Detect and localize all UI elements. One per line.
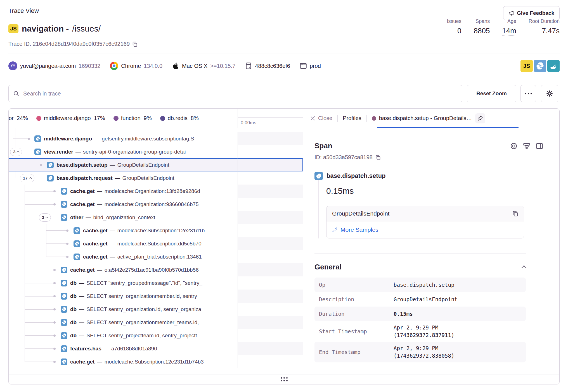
span-row-other[interactable]: 3 other—bind_organization_context xyxy=(9,211,303,224)
section-divider xyxy=(314,254,526,254)
span-row-db[interactable]: db—SELECT sentry_organization.id, sentry… xyxy=(9,303,303,316)
span-row-cache-get[interactable]: cache.get—active_plan_trial:subscription… xyxy=(9,250,303,263)
drag-handle-icon[interactable] xyxy=(281,377,288,381)
span-row-cache-get[interactable]: cache.get—modelcache:Organization:936608… xyxy=(9,198,303,211)
legend-item-clipped[interactable]: or 24% xyxy=(9,115,28,121)
give-feedback-label: Give Feedback xyxy=(517,10,554,16)
legend-item-db-redis[interactable]: db.redis 8% xyxy=(160,115,199,121)
python-icon xyxy=(61,332,67,339)
more-samples-link[interactable]: More Samples xyxy=(332,226,518,233)
js-platform-badge: JS xyxy=(8,24,18,33)
python-icon xyxy=(61,306,67,313)
table-row: Duration 0.15ms xyxy=(314,307,526,321)
span-row-cache-get[interactable]: cache.get—modelcache:Subscription:12e231… xyxy=(9,224,303,237)
waterfall-icon[interactable] xyxy=(523,142,530,150)
trace-id: Trace ID: 216e04d28d1940da9c0f0357c6c921… xyxy=(8,41,138,47)
span-row-middleware-django[interactable]: middleware.django—getsentry.middleware.s… xyxy=(9,132,303,145)
browser-name: Chrome xyxy=(121,63,141,69)
python-icon xyxy=(61,280,67,286)
python-icon xyxy=(34,149,41,155)
timeline-cell xyxy=(238,263,303,276)
trace-view-page: Trace View Give Feedback JS navigation -… xyxy=(0,0,568,392)
trace-toolbar: Reset Zoom xyxy=(8,85,560,102)
trace-stats: Issues 0 Spans 8805 Age 14m Root Duratio… xyxy=(447,18,560,36)
more-options-button[interactable] xyxy=(520,85,536,102)
span-row-cache-get[interactable]: cache.get—modelcache:Subscription:12e231… xyxy=(9,355,303,368)
stat-issues: Issues 0 xyxy=(447,18,461,36)
expand-collapse-badge[interactable]: 3 xyxy=(39,213,51,222)
timeline-cell xyxy=(238,316,303,329)
timeline-header: 0.00ms xyxy=(238,109,303,128)
python-icon xyxy=(61,319,67,326)
timeline-cell xyxy=(238,329,303,342)
copy-icon[interactable] xyxy=(132,41,138,47)
span-row-db[interactable]: db—SELECT sentry_organizationmember_team… xyxy=(9,316,303,329)
legend-dot xyxy=(113,116,119,121)
python-icon xyxy=(74,254,80,260)
span-row-base-dispatch-request[interactable]: 17 base.dispatch.request—GroupDetailsEnd… xyxy=(9,171,303,185)
span-row-base-dispatch-setup-selected[interactable]: base.dispatch.setup—GroupDetailsEndpoint xyxy=(9,158,303,171)
tree-connector xyxy=(25,191,53,192)
chevron-up-icon xyxy=(46,216,48,219)
tree-connector xyxy=(25,322,53,323)
search-box xyxy=(8,85,462,102)
expand-collapse-badge[interactable]: 3 xyxy=(10,148,22,156)
tree-connector xyxy=(46,243,66,244)
tree-connector xyxy=(25,348,53,349)
copy-icon[interactable] xyxy=(512,211,518,217)
focus-span-icon[interactable] xyxy=(510,142,517,150)
collapse-section-icon[interactable] xyxy=(521,265,526,270)
give-feedback-button[interactable]: Give Feedback xyxy=(503,6,560,20)
close-tab-button[interactable]: Close xyxy=(310,115,332,121)
legend-dot xyxy=(160,116,165,121)
tree-connector xyxy=(13,138,28,139)
sample-name: GroupDetailsEndpoint xyxy=(332,210,389,217)
trace-title-row: JS navigation - /issues/ xyxy=(8,24,101,34)
legend-item-function[interactable]: function 9% xyxy=(113,115,152,121)
span-row-db[interactable]: db—SELECT "sentry_groupedmessage"."id", … xyxy=(9,276,303,290)
search-input[interactable] xyxy=(8,85,462,102)
tree-connector xyxy=(46,257,66,257)
tree-connector xyxy=(25,335,53,336)
span-row-db[interactable]: db—SELECT sentry_organizationmember.id, … xyxy=(9,290,303,303)
table-row: Op base.dispatch.setup xyxy=(314,278,526,292)
scatter-icon xyxy=(332,227,338,233)
user-meta[interactable]: YY yuval@pangea-ai.com 1690332 xyxy=(8,61,100,70)
stat-spans: Spans 8805 xyxy=(474,18,490,36)
environment-meta: prod xyxy=(300,62,321,70)
python-platform-icon xyxy=(534,60,546,72)
expand-collapse-badge[interactable]: 17 xyxy=(20,174,34,182)
device-id: 488c8c636ef6 xyxy=(255,63,290,69)
tree-connector xyxy=(25,270,53,270)
span-row-cache-get[interactable]: cache.get—o:a5f42e275d1ac91fba90f0b570d1… xyxy=(9,263,303,276)
tab-divider xyxy=(366,115,367,122)
copy-icon[interactable] xyxy=(375,155,381,160)
browser-meta: Chrome 134.0.0 xyxy=(110,62,162,70)
tree-connector xyxy=(25,362,53,362)
legend-item-middleware-django[interactable]: middleware.django 17% xyxy=(36,115,105,121)
span-row-cache-get[interactable]: cache.get—modelcache:Subscription:dd5c5b… xyxy=(9,237,303,250)
tab-profiles[interactable]: Profiles xyxy=(343,115,361,121)
pin-tab-button[interactable] xyxy=(475,113,485,123)
panel-layout-icon[interactable] xyxy=(536,142,543,150)
span-row-features-has[interactable]: features.has—a7d618b8df01a890 xyxy=(9,342,303,355)
detail-tabs: Close Profiles base.dispatch.setup - Gro… xyxy=(303,109,559,128)
apple-icon xyxy=(172,62,179,70)
reset-zoom-button[interactable]: Reset Zoom xyxy=(467,85,516,102)
span-op-dot xyxy=(372,116,376,121)
tree-connector xyxy=(25,283,53,283)
settings-button[interactable] xyxy=(541,85,558,102)
timeline-cell xyxy=(238,342,303,355)
tree-connector xyxy=(46,230,66,231)
user-id: 1690332 xyxy=(79,63,100,69)
tab-span-active[interactable]: base.dispatch.setup - GroupDetails… xyxy=(372,115,472,121)
environment-name: prod xyxy=(310,63,321,69)
python-icon xyxy=(61,214,67,221)
table-row: Description GroupDetailsEndpoint xyxy=(314,292,526,307)
span-row-cache-get[interactable]: cache.get—modelcache:Organization:13fd28… xyxy=(9,185,303,198)
span-row-db[interactable]: db—SELECT sentry_projectteam.id, sentry_… xyxy=(9,329,303,342)
span-row-view-render[interactable]: 3 view.render—sentry-api-0-organization-… xyxy=(9,145,303,158)
timeline-cell xyxy=(238,158,303,171)
stat-root-duration: Root Duration 7.47s xyxy=(529,18,560,36)
chevron-up-icon xyxy=(29,177,32,180)
